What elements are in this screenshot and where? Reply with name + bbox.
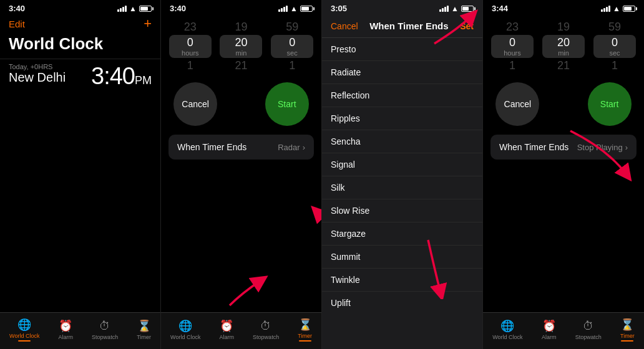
sound-item[interactable]: Twinkle — [322, 269, 482, 292]
clock-entry-delhi: Today, +0HRS New Delhi 3:40PM — [0, 59, 160, 93]
nav-alarm-4[interactable]: ⏰ Alarm — [542, 319, 557, 340]
nav-label-timer-4: Timer — [620, 333, 635, 339]
sound-name: Reflection — [331, 90, 369, 100]
edit-button[interactable]: Edit — [9, 19, 25, 29]
nav-world-clock-2[interactable]: 🌐 World Clock — [170, 319, 200, 340]
nav-stopwatch-2[interactable]: ⏱ Stopwatch — [253, 320, 279, 340]
wifi-icon-3: ▲ — [451, 4, 459, 13]
nav-alarm-1[interactable]: ⏰ Alarm — [59, 319, 74, 340]
globe-icon-2: 🌐 — [178, 319, 192, 333]
status-bar-2: 3:40 ▲ — [161, 0, 321, 14]
wifi-icon-4: ▲ — [613, 4, 620, 13]
stopwatch-icon-2: ⏱ — [260, 320, 271, 333]
sound-item[interactable]: Presto — [322, 38, 482, 61]
nav-alarm-2[interactable]: ⏰ Alarm — [220, 319, 235, 340]
seconds-picker-4[interactable]: 59 0 sec 1 — [593, 19, 637, 74]
sound-item-left: Reflection — [331, 90, 369, 100]
hours-selected-row-4: 0 hours — [491, 35, 534, 58]
sound-item[interactable]: Summit — [322, 246, 482, 269]
start-button-4[interactable]: Start — [588, 82, 632, 126]
hours-label-4: hours — [495, 49, 530, 57]
nav-world-clock-4[interactable]: 🌐 World Clock — [492, 319, 522, 340]
seconds-picker[interactable]: 59 0 sec 1 — [270, 19, 314, 74]
time-1: 3:40 — [9, 4, 25, 13]
sound-item-left: Silk — [331, 183, 345, 193]
timer-picker-4: 23 0 hours 1 19 20 min 21 59 0 sec 1 — [483, 14, 644, 76]
nav-world-clock-1[interactable]: 🌐 World Clock — [9, 318, 39, 342]
sound-name: Uplift — [331, 298, 351, 308]
min-label-4: min — [546, 49, 581, 57]
when-timer-value-2: Radar › — [278, 143, 305, 152]
start-button-2[interactable]: Start — [265, 82, 309, 126]
nav-label-timer-1: Timer — [137, 334, 151, 340]
nav-label-alarm-4: Alarm — [542, 334, 557, 340]
nav-label-sw-4: Stopwatch — [575, 334, 602, 340]
status-icons-4: ▲ — [601, 4, 635, 13]
sec-above: 59 — [286, 19, 298, 35]
status-icons-2: ▲ — [278, 4, 313, 13]
sound-item[interactable]: Signal — [322, 153, 482, 176]
when-timer-row-2[interactable]: When Timer Ends Radar › — [168, 135, 314, 160]
status-icons-1: ▲ — [117, 4, 152, 13]
sound-item[interactable]: Silk — [322, 176, 482, 199]
when-timer-row-4[interactable]: When Timer Ends Stop Playing › — [490, 135, 637, 160]
sound-name: Ripples — [331, 113, 360, 123]
nav-stopwatch-4[interactable]: ⏱ Stopwatch — [575, 320, 602, 340]
sound-item-left: Stargaze — [331, 229, 366, 239]
time-2: 3:40 — [170, 4, 186, 13]
sound-item[interactable]: Ripples — [322, 107, 482, 130]
hours-above-4: 23 — [506, 19, 519, 35]
sound-item[interactable]: Uplift — [322, 292, 482, 312]
globe-icon-4: 🌐 — [500, 319, 514, 333]
status-bar-1: 3:40 ▲ — [0, 0, 160, 14]
stop-playing-value: Stop Playing — [577, 143, 623, 152]
cancel-button-3[interactable]: Cancel — [331, 21, 358, 31]
nav-timer-2[interactable]: ⌛ Timer — [298, 318, 312, 342]
stopwatch-icon-4: ⏱ — [583, 320, 594, 333]
hours-below-4: 1 — [509, 58, 515, 74]
sec-label-4: sec — [597, 49, 632, 57]
when-timer-label-2: When Timer Ends — [177, 142, 246, 152]
nav-timer-4[interactable]: ⌛ Timer — [620, 318, 635, 342]
chevron-right-icon-4: › — [625, 143, 628, 152]
wifi-icon-2: ▲ — [290, 4, 298, 13]
when-timer-ends-panel: 3:05 ▲ Cancel When Timer Ends Set Presto… — [322, 0, 483, 349]
nav-stopwatch-1[interactable]: ⏱ Stopwatch — [92, 320, 118, 340]
nav-label-wc-4: World Clock — [492, 334, 522, 340]
nav-label-stopwatch-1: Stopwatch — [92, 334, 118, 340]
nav-label-alarm-1: Alarm — [59, 334, 74, 340]
timer-buttons-4: Cancel Start — [483, 76, 644, 132]
sound-item[interactable]: Stargaze — [322, 222, 482, 246]
hours-picker-4[interactable]: 23 0 hours 1 — [490, 19, 534, 74]
stopwatch-icon-1: ⏱ — [99, 320, 110, 333]
bottom-nav-1: 🌐 World Clock ⏰ Alarm ⏱ Stopwatch ⌛ Time… — [0, 312, 160, 349]
sound-item[interactable]: Slow Rise — [322, 199, 482, 222]
sound-item-left: Summit — [331, 252, 360, 262]
sound-name: Presto — [331, 44, 356, 54]
sound-item[interactable]: Radiate — [322, 61, 482, 84]
alarm-icon-1: ⏰ — [59, 319, 72, 333]
minutes-picker-4[interactable]: 19 20 min 21 — [542, 19, 585, 74]
cancel-button-4[interactable]: Cancel — [495, 82, 539, 126]
sound-name: Sencha — [331, 136, 360, 146]
time-3: 3:05 — [331, 4, 347, 13]
sec-below: 1 — [289, 58, 295, 74]
sound-name: Summit — [331, 252, 360, 262]
clock-time: 3:40 — [91, 63, 135, 89]
set-button[interactable]: Set — [460, 21, 474, 31]
timer-icon-4: ⌛ — [620, 318, 634, 332]
hours-below: 1 — [187, 58, 193, 74]
cancel-button-2[interactable]: Cancel — [173, 82, 217, 126]
min-selected-row-4: 20 min — [542, 35, 585, 58]
sound-item[interactable]: Reflection — [322, 84, 482, 107]
timer-buttons: Cancel Start — [161, 76, 321, 132]
minutes-picker[interactable]: 19 20 min 21 — [219, 19, 263, 74]
sound-item[interactable]: Sencha — [322, 130, 482, 153]
add-button[interactable]: + — [144, 17, 152, 31]
timer-stop-playing-panel: 3:44 ▲ 23 0 hours 1 19 20 min 21 — [483, 0, 644, 349]
sec-selected-row: 0 sec — [271, 35, 313, 58]
nav-timer-1[interactable]: ⌛ Timer — [137, 319, 151, 340]
panel3-header: Cancel When Timer Ends Set — [322, 14, 482, 38]
hours-picker[interactable]: 23 0 hours 1 — [168, 19, 212, 74]
hours-value: 0 — [173, 36, 208, 49]
